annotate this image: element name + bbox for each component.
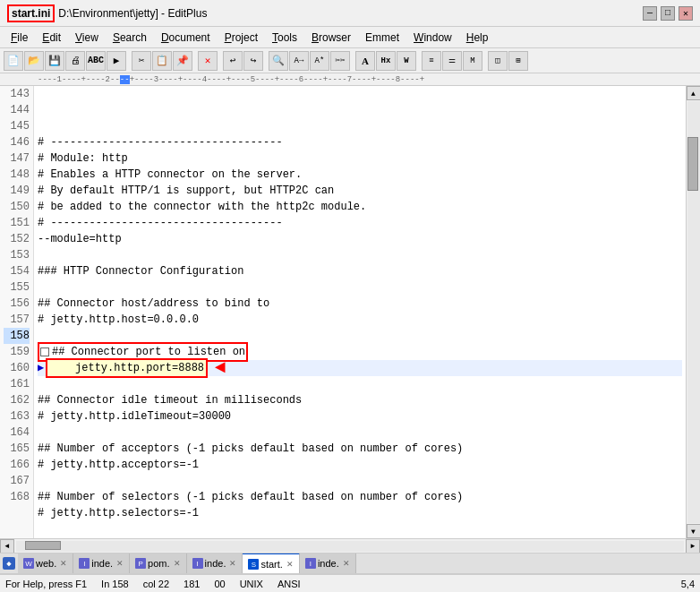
line-number-158: 158	[4, 328, 30, 344]
tab-bar: ◆ Wweb.✕Iinde.✕Ppom.✕Iinde.✕Sstart.✕Iind…	[0, 553, 700, 574]
menu-window[interactable]: Window	[406, 30, 459, 46]
tab-inde[interactable]: Iinde.✕	[300, 553, 356, 574]
maximize-button[interactable]: □	[661, 6, 675, 21]
line-number-165: 165	[4, 441, 30, 457]
menu-view[interactable]: View	[68, 30, 106, 46]
code-line-159	[38, 376, 682, 392]
scroll-thumb[interactable]	[687, 137, 698, 191]
hscroll-left-button[interactable]: ◄	[0, 539, 14, 553]
tab-list-icon[interactable]: ◆	[3, 557, 15, 570]
code-line-149: # ------------------------------------	[38, 215, 682, 231]
toolbar-align[interactable]: ≡	[422, 51, 441, 71]
toolbar-paste[interactable]: 📌	[173, 51, 192, 71]
hscroll-thumb[interactable]	[25, 541, 61, 550]
toolbar-new[interactable]: 📄	[4, 51, 23, 71]
menu-browser[interactable]: Browser	[304, 30, 358, 46]
menu-file[interactable]: File	[4, 30, 35, 46]
toolbar-redo[interactable]: ↪	[243, 51, 263, 71]
line-number-143: 143	[4, 86, 30, 102]
line-number-156: 156	[4, 296, 30, 312]
title-bar: start.ini D:\Environment\jetty] - EditPl…	[0, 0, 700, 27]
menu-document[interactable]: Document	[154, 30, 218, 46]
toolbar-macro[interactable]: M	[463, 51, 482, 71]
toolbar-print[interactable]: 🖨	[65, 51, 85, 71]
menu-bar: File Edit View Search Document Project T…	[0, 27, 700, 48]
scroll-track[interactable]	[687, 101, 700, 523]
tab-close-button[interactable]: ✕	[229, 559, 236, 568]
code-line-144: # ------------------------------------	[38, 134, 682, 150]
toolbar-tab1[interactable]: ◫	[488, 51, 508, 71]
toolbar-clip[interactable]: ✂✂	[330, 51, 350, 71]
toolbar-spell[interactable]: ABC	[86, 51, 106, 71]
toolbar-Hx[interactable]: Hx	[376, 51, 396, 71]
status-bar: For Help, press F1 In 158 col 22 181 00 …	[0, 574, 700, 592]
tab-label: inde.	[205, 558, 226, 569]
hscroll-track[interactable]	[16, 541, 684, 552]
toolbar-undo[interactable]: ↩	[223, 51, 243, 71]
menu-search[interactable]: Search	[106, 30, 154, 46]
tab-close-button[interactable]: ✕	[60, 559, 67, 568]
tab-icon-I: I	[192, 558, 203, 569]
scroll-down-button[interactable]: ▼	[687, 524, 701, 538]
toolbar-find[interactable]: 🔍	[269, 51, 288, 71]
tab-close-button[interactable]: ✕	[174, 559, 181, 568]
status-left: For Help, press F1 In 158 col 22 181 00 …	[5, 579, 301, 589]
code-lines: # ------------------------------------# …	[34, 86, 686, 537]
toolbar-tab2[interactable]: ⊞	[508, 51, 528, 71]
toolbar-copy[interactable]: 📋	[152, 51, 172, 71]
tab-label: start.	[260, 559, 282, 570]
tab-inde[interactable]: Iinde.✕	[73, 553, 130, 574]
toolbar-delete[interactable]: ✕	[198, 51, 218, 71]
code-line-153	[38, 279, 682, 296]
toolbar-next[interactable]: ▶	[107, 51, 126, 71]
tab-start[interactable]: Sstart.✕	[243, 553, 299, 574]
code-line-147: # By default HTTP/1 is support, but HTTP…	[38, 183, 682, 199]
toolbar-open[interactable]: 📂	[24, 51, 44, 71]
breakpoint-indicator: ▶	[38, 360, 44, 376]
status-help: For Help, press F1	[5, 579, 87, 589]
close-button[interactable]: ✕	[679, 6, 693, 21]
menu-emmet[interactable]: Emmet	[358, 30, 406, 46]
toolbar-W[interactable]: W	[397, 51, 416, 71]
line-number-148: 148	[4, 167, 30, 183]
toolbar-bold[interactable]: A	[355, 51, 375, 71]
tab-close-button[interactable]: ✕	[286, 560, 294, 569]
minimize-button[interactable]: —	[643, 6, 657, 21]
line-number-160: 160	[4, 360, 30, 376]
vertical-scrollbar[interactable]: ▲ ▼	[686, 86, 700, 538]
scroll-up-button[interactable]: ▲	[687, 86, 701, 100]
tab-inde[interactable]: Iinde.✕	[187, 553, 243, 574]
toolbar-save[interactable]: 💾	[45, 51, 64, 71]
menu-edit[interactable]: Edit	[35, 30, 68, 46]
menu-help[interactable]: Help	[459, 30, 496, 46]
tab-close-button[interactable]: ✕	[116, 559, 124, 568]
line-number-167: 167	[4, 473, 30, 489]
code-line-143	[38, 118, 682, 134]
toolbar-cut[interactable]: ✂	[132, 51, 151, 71]
line-157-checkbox	[40, 347, 49, 356]
code-line-152: ### HTTP Connector Configuration	[38, 263, 682, 279]
status-charset: ANSI	[277, 579, 301, 589]
hscroll-right-button[interactable]: ►	[686, 539, 700, 553]
tab-icon-I: I	[305, 558, 316, 569]
toolbar-findreplace[interactable]: A→	[289, 51, 309, 71]
status-line: In 158	[101, 579, 129, 589]
tab-pom[interactable]: Ppom.✕	[130, 553, 186, 574]
line-number-155: 155	[4, 279, 30, 296]
tab-label: inde.	[318, 558, 339, 569]
code-line-167: # jetty.http.selectors=-1	[38, 505, 682, 521]
tab-label: pom.	[148, 558, 169, 569]
toolbar-findall[interactable]: A*	[310, 51, 329, 71]
line-number-159: 159	[4, 344, 30, 360]
tab-web[interactable]: Wweb.✕	[18, 553, 73, 574]
horizontal-scrollbar[interactable]: ◄ ►	[0, 538, 700, 553]
code-area[interactable]: # ------------------------------------# …	[34, 86, 686, 538]
status-encoding: UNIX	[240, 579, 263, 589]
code-line-155: # jetty.http.host=0.0.0.0	[38, 312, 682, 328]
line-number-152: 152	[4, 231, 30, 247]
menu-tools[interactable]: Tools	[265, 30, 304, 46]
tab-close-button[interactable]: ✕	[343, 559, 350, 568]
code-line-146: # Enables a HTTP connector on the server…	[38, 167, 682, 183]
toolbar-align2[interactable]: ⚌	[442, 51, 462, 71]
menu-project[interactable]: Project	[218, 30, 265, 46]
